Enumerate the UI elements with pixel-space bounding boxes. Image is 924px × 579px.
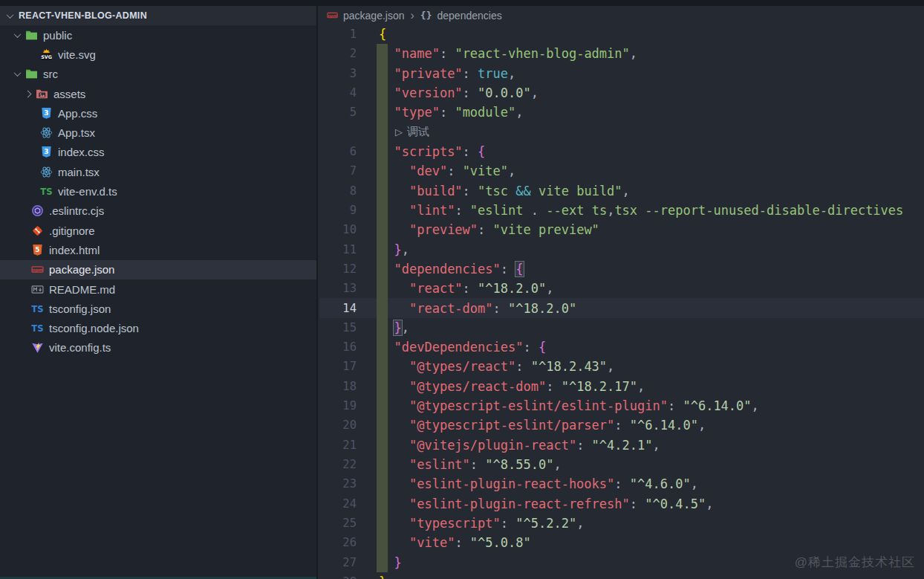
- code-line-text[interactable]: "preview": "vite preview": [379, 220, 599, 239]
- tree-file-.gitignore[interactable]: .gitignore: [0, 221, 316, 240]
- line-number: 27: [319, 556, 357, 569]
- code-line-text[interactable]: "react-dom": "^18.2.0": [379, 298, 576, 317]
- code-line-text[interactable]: "@typescript-eslint/eslint-plugin": "^6.…: [379, 396, 759, 415]
- code-line-text[interactable]: "scripts": {: [379, 142, 485, 161]
- code-line-6[interactable]: 6 "scripts": {: [319, 142, 924, 161]
- code-line-16[interactable]: 16 "devDependencies": {: [319, 337, 924, 357]
- vite-icon: [31, 341, 44, 354]
- code-line-text[interactable]: "@types/react-dom": "^18.2.17",: [379, 377, 645, 396]
- code-line-18[interactable]: 18 "@types/react-dom": "^18.2.17",: [319, 377, 924, 396]
- code-line-13[interactable]: 13 "react": "^18.2.0",: [319, 279, 924, 298]
- code-line-15[interactable]: 15 },: [319, 318, 924, 337]
- code-token: [379, 457, 409, 472]
- code-token: :: [493, 301, 508, 316]
- code-token: :: [463, 144, 478, 159]
- code-line-3[interactable]: 3 "private": true,: [319, 64, 924, 83]
- code-line-text[interactable]: }: [379, 572, 386, 579]
- code-line-19[interactable]: 19 "@typescript-eslint/eslint-plugin": "…: [319, 396, 924, 415]
- code-line-text[interactable]: },: [379, 318, 409, 337]
- code-line-21[interactable]: 21 "@vitejs/plugin-react": "^4.2.1",: [319, 436, 924, 455]
- tree-file-package.json[interactable]: npmpackage.json: [0, 260, 316, 279]
- code-line-text[interactable]: }: [379, 552, 402, 572]
- tree-file-vite-env.d.ts[interactable]: TSvite-env.d.ts: [0, 181, 316, 201]
- tree-file-index.html[interactable]: 5index.html: [0, 240, 316, 259]
- code-line-text[interactable]: "version": "0.0.0",: [379, 83, 539, 103]
- code-line-text[interactable]: "@typescript-eslint/parser": "^6.14.0",: [379, 415, 706, 435]
- code-line-8[interactable]: 8 "build": "tsc && vite build",: [319, 181, 924, 201]
- tree-file-vite.svg[interactable]: SVGvite.svg: [0, 45, 316, 64]
- code-token: [379, 496, 409, 511]
- code-token: "^5.0.8": [470, 535, 531, 550]
- tree-file-tsconfig.node.json[interactable]: TStsconfig.node.json: [0, 318, 316, 337]
- code-line-28[interactable]: 28}: [319, 572, 924, 579]
- codelens-row[interactable]: ▷调试: [319, 123, 924, 142]
- code-line-text[interactable]: "type": "module",: [379, 103, 524, 122]
- code-line-23[interactable]: 23 "eslint-plugin-react-hooks": "^4.6.0"…: [319, 474, 924, 494]
- code-line-20[interactable]: 20 "@typescript-eslint/parser": "^6.14.0…: [319, 415, 924, 435]
- code-token: "scripts": [394, 144, 462, 159]
- code-line-text[interactable]: },: [379, 239, 409, 259]
- tree-file-index.css[interactable]: 3index.css: [0, 143, 316, 162]
- code-line-25[interactable]: 25 "typescript": "^5.2.2",: [319, 514, 924, 533]
- code-line-text[interactable]: {: [379, 25, 386, 44]
- code-line-text[interactable]: "dependencies": {: [379, 259, 524, 279]
- code-line-4[interactable]: 4 "version": "0.0.0",: [319, 83, 924, 103]
- tree-file-main.tsx[interactable]: main.tsx: [0, 162, 316, 181]
- code-line-1[interactable]: 1{: [319, 25, 924, 44]
- breadcrumb-file[interactable]: package.json: [343, 10, 405, 22]
- code-line-26[interactable]: 26 "vite": "^5.0.8": [319, 533, 924, 552]
- tree-file-App.tsx[interactable]: App.tsx: [0, 123, 316, 142]
- code-line-text[interactable]: "dev": "vite",: [379, 161, 515, 181]
- code-line-10[interactable]: 10 "preview": "vite preview": [319, 220, 924, 239]
- watermark: @稀土掘金技术社区: [795, 554, 915, 571]
- titlebar-strip: [0, 0, 924, 6]
- code-line-9[interactable]: 9 "lint": "eslint . --ext ts,tsx --repor…: [319, 201, 924, 220]
- html-icon: 5: [31, 244, 44, 256]
- code-token: --ext ts: [539, 203, 607, 218]
- tree-file-README.md[interactable]: README.md: [0, 279, 316, 299]
- explorer-project-header[interactable]: REACT-VHEN-BLOG-ADMIN: [0, 6, 316, 25]
- code-line-text[interactable]: "eslint-plugin-react-hooks": "^4.6.0",: [379, 474, 698, 494]
- code-area[interactable]: 1{2 "name": "react-vhen-blog-admin",3 "p…: [319, 25, 924, 579]
- tree-file-.eslintrc.cjs[interactable]: .eslintrc.cjs: [0, 201, 316, 221]
- line-number: 17: [319, 360, 357, 373]
- tree-folder-public[interactable]: public: [0, 25, 316, 45]
- react-icon: [40, 126, 53, 139]
- code-line-7[interactable]: 7 "dev": "vite",: [319, 161, 924, 181]
- code-token: :: [455, 535, 469, 550]
- code-line-text[interactable]: "@vitejs/plugin-react": "^4.2.1",: [379, 436, 660, 455]
- npm-icon: npm: [327, 10, 338, 21]
- code-line-14[interactable]: 14 "react-dom": "^18.2.0": [319, 298, 924, 317]
- code-line-text[interactable]: "lint": "eslint . --ext ts,tsx --report-…: [379, 201, 903, 220]
- code-line-17[interactable]: 17 "@types/react": "^18.2.43",: [319, 357, 924, 376]
- code-line-12[interactable]: 12 "dependencies": {: [319, 259, 924, 279]
- code-line-text[interactable]: "@types/react": "^18.2.43",: [379, 357, 614, 376]
- code-line-text[interactable]: "eslint": "^8.55.0",: [379, 455, 562, 474]
- code-line-text[interactable]: "build": "tsc && vite build",: [379, 181, 630, 201]
- debug-codelens-link[interactable]: ▷调试: [395, 123, 429, 142]
- line-number: 15: [319, 321, 357, 334]
- code-line-text[interactable]: "private": true,: [379, 64, 515, 83]
- code-line-text[interactable]: "eslint-plugin-react-refresh": "^0.4.5",: [379, 494, 713, 514]
- tree-folder-assets[interactable]: assets: [0, 84, 316, 103]
- tree-file-vite.config.ts[interactable]: vite.config.ts: [0, 338, 316, 358]
- tree-folder-src[interactable]: src: [0, 65, 316, 84]
- code-line-2[interactable]: 2 "name": "react-vhen-blog-admin",: [319, 44, 924, 63]
- css-icon: 3: [40, 107, 53, 120]
- code-line-text[interactable]: "devDependencies": {: [379, 337, 546, 357]
- code-line-text[interactable]: "name": "react-vhen-blog-admin",: [379, 44, 637, 63]
- code-token: [379, 262, 394, 276]
- code-token: :: [501, 262, 515, 276]
- line-number: 8: [319, 184, 357, 198]
- code-line-11[interactable]: 11 },: [319, 239, 924, 259]
- code-line-5[interactable]: 5 "type": "module",: [319, 103, 924, 122]
- tree-file-tsconfig.json[interactable]: TStsconfig.json: [0, 299, 316, 318]
- breadcrumb-symbol[interactable]: dependencies: [437, 10, 502, 22]
- code-line-22[interactable]: 22 "eslint": "^8.55.0",: [319, 455, 924, 474]
- code-line-24[interactable]: 24 "eslint-plugin-react-refresh": "^0.4.…: [319, 494, 924, 514]
- code-line-text[interactable]: "typescript": "^5.2.2",: [379, 514, 584, 533]
- code-token: ,: [553, 457, 561, 472]
- tree-file-App.css[interactable]: 3App.css: [0, 103, 316, 123]
- code-line-text[interactable]: "vite": "^5.0.8": [379, 533, 531, 552]
- code-line-text[interactable]: "react": "^18.2.0",: [379, 279, 553, 298]
